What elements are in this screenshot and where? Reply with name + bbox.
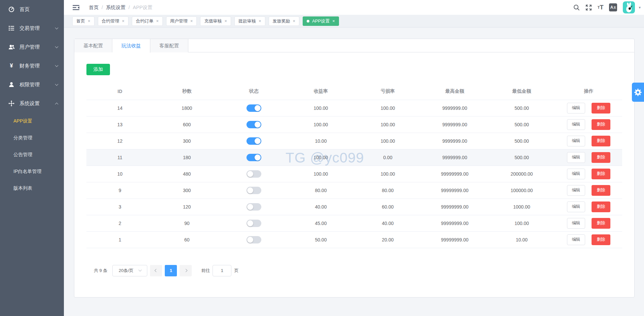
nav-tag[interactable]: 用户管理 × (166, 16, 197, 26)
tab-basic-config[interactable]: 基本配置 (74, 39, 112, 52)
nav-tag[interactable]: 充值审核 × (200, 16, 231, 26)
delete-button[interactable]: 删除 (592, 103, 610, 114)
active-dot-icon (307, 20, 309, 22)
trade-list-icon (7, 25, 15, 31)
sidebar-item-home[interactable]: 首页 (0, 0, 64, 19)
search-icon[interactable] (573, 4, 580, 11)
status-toggle[interactable] (247, 121, 261, 128)
edit-button[interactable]: 编辑 (567, 103, 585, 114)
sidebar-item-finance[interactable]: ¥ 财务管理 (0, 56, 64, 75)
caret-down-icon[interactable]: ▾ (639, 5, 641, 10)
nav-tag[interactable]: APP设置 × (303, 16, 339, 26)
cell-loss-rate: 40.00 (382, 221, 394, 226)
table-row: 14 1800 100.00 100.00 9999999.00 500.00 … (86, 100, 622, 116)
status-toggle[interactable] (247, 104, 261, 112)
edit-button[interactable]: 编辑 (567, 218, 585, 229)
close-icon[interactable]: × (88, 19, 90, 23)
cell-profit-rate: 100.00 (314, 105, 328, 111)
settings-gear-button[interactable] (632, 83, 644, 102)
page-number-1[interactable]: 1 (165, 265, 177, 276)
top-bar: 首页 / 系统设置 / APP设置 TT A文 ▾ (64, 0, 644, 15)
close-icon[interactable]: × (156, 19, 159, 23)
status-toggle[interactable] (247, 137, 261, 145)
cell-id: 14 (117, 105, 123, 111)
delete-button[interactable]: 删除 (592, 218, 610, 229)
cell-max-amount: 99999999.00 (441, 171, 468, 177)
edit-button[interactable]: 编辑 (567, 119, 585, 130)
status-toggle[interactable] (247, 187, 261, 194)
delete-button[interactable]: 删除 (592, 169, 610, 179)
tab-customer-service[interactable]: 客服配置 (150, 39, 188, 52)
avatar[interactable] (623, 1, 635, 13)
delete-button[interactable]: 删除 (592, 119, 610, 130)
next-page-button[interactable] (180, 265, 192, 276)
close-icon[interactable]: × (190, 19, 193, 23)
delete-button[interactable]: 删除 (592, 234, 610, 245)
font-size-icon[interactable]: TT (598, 4, 604, 11)
chevron-left-icon (155, 269, 158, 272)
prev-page-button[interactable] (150, 265, 162, 276)
tab-play-profit[interactable]: 玩法收益 (112, 39, 150, 53)
nav-tag[interactable]: 合约订单 × (132, 16, 163, 26)
close-icon[interactable]: × (293, 19, 296, 23)
sidebar-subitem-announcement[interactable]: 公告管理 (0, 146, 64, 163)
sidebar-subitem-category[interactable]: 分类管理 (0, 130, 64, 146)
chevron-down-icon (55, 26, 59, 30)
cell-loss-rate: 100.00 (381, 171, 395, 177)
edit-button[interactable]: 编辑 (567, 136, 585, 146)
cell-max-amount: 9999999.00 (442, 105, 467, 111)
sidebar-item-users[interactable]: 用户管理 (0, 38, 64, 56)
close-icon[interactable]: × (122, 19, 125, 23)
delete-button[interactable]: 删除 (592, 185, 610, 196)
sidebar-item-permission[interactable]: 权限管理 (0, 75, 64, 94)
close-icon[interactable]: × (259, 19, 261, 23)
delete-button[interactable]: 删除 (592, 136, 610, 146)
table-row: 3 120 40.00 60.00 99999999.00 1000.00 编辑… (86, 198, 622, 215)
tab-strip: 基本配置 玩法收益 客服配置 (74, 39, 634, 52)
delete-button[interactable]: 删除 (592, 152, 610, 163)
table-body: 14 1800 100.00 100.00 9999999.00 500.00 … (86, 100, 622, 248)
status-toggle[interactable] (247, 220, 261, 227)
status-toggle[interactable] (247, 154, 261, 161)
add-button[interactable]: 添加 (86, 64, 110, 75)
sidebar: 首页 交易管理 用户管理 ¥ 财务管理 权限管理 系统设置 APP设置 (0, 0, 64, 316)
nav-tag[interactable]: 发放奖励 × (269, 16, 300, 26)
total-count: 共 9 条 (94, 268, 107, 274)
cell-max-amount: 9999999.00 (442, 122, 467, 127)
goto-page-input[interactable] (213, 265, 231, 276)
cell-loss-rate: 100.00 (381, 105, 395, 111)
status-toggle[interactable] (247, 170, 261, 178)
cell-seconds: 90 (184, 221, 190, 226)
collapse-menu-icon[interactable] (73, 4, 79, 11)
close-icon[interactable]: × (224, 19, 227, 23)
cell-max-amount: 99999999.00 (441, 237, 468, 242)
sidebar-item-trade[interactable]: 交易管理 (0, 19, 64, 38)
delete-button[interactable]: 删除 (592, 201, 610, 212)
nav-tag[interactable]: 合约管理 × (98, 16, 129, 26)
sidebar-item-system[interactable]: 系统设置 (0, 94, 64, 113)
status-toggle[interactable] (247, 203, 261, 211)
breadcrumb-section[interactable]: 系统设置 (106, 4, 125, 11)
edit-button[interactable]: 编辑 (567, 201, 585, 212)
cell-id: 13 (117, 122, 123, 127)
cell-max-amount: 99999999.00 (441, 221, 468, 226)
fullscreen-icon[interactable] (585, 4, 592, 11)
translate-icon[interactable]: A文 (609, 3, 617, 11)
cell-min-amount: 500.00 (515, 138, 529, 144)
breadcrumb-home[interactable]: 首页 (89, 4, 99, 11)
close-icon[interactable]: × (332, 19, 335, 23)
col-max-amount: 最高金额 (421, 83, 488, 100)
sidebar-subitem-version-list[interactable]: 版本列表 (0, 180, 64, 197)
status-toggle[interactable] (247, 236, 261, 243)
edit-button[interactable]: 编辑 (567, 234, 585, 245)
nav-tag[interactable]: 提款审核 × (234, 16, 265, 26)
page-size-select[interactable]: 20条/页 (112, 265, 147, 276)
edit-button[interactable]: 编辑 (567, 169, 585, 179)
cell-max-amount: 9999999.00 (442, 138, 467, 144)
tag-bar: 首页 × 合约管理 × 合约订单 × 用户管理 × 充值审核 × 提款审核 × … (64, 15, 644, 28)
nav-tag[interactable]: 首页 × (72, 16, 94, 26)
sidebar-subitem-ip-whitelist[interactable]: IP白名单管理 (0, 163, 64, 180)
edit-button[interactable]: 编辑 (567, 152, 585, 163)
edit-button[interactable]: 编辑 (567, 185, 585, 196)
sidebar-subitem-app-settings[interactable]: APP设置 (0, 113, 64, 130)
